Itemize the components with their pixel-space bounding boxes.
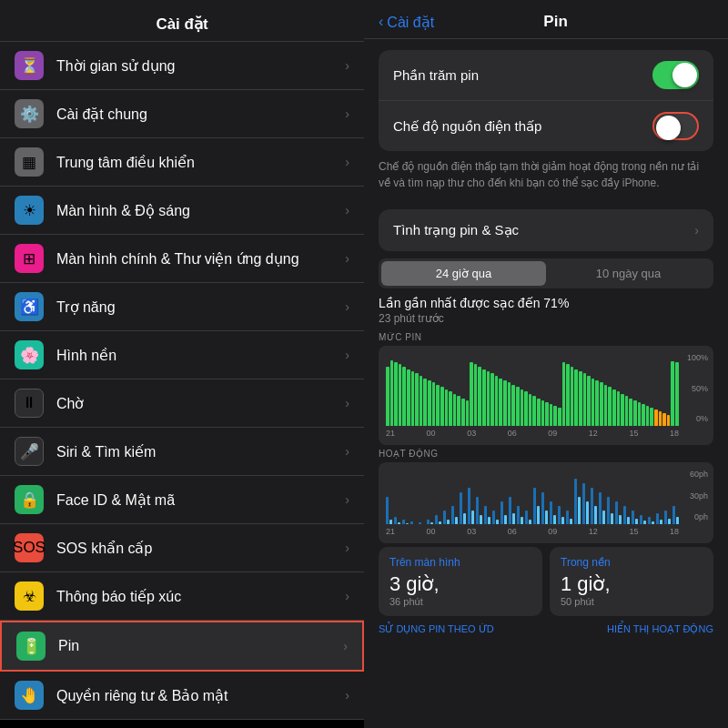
battery-status-label: Tình trạng pin & Sạc xyxy=(393,222,694,238)
activity-bars xyxy=(386,470,706,524)
activity-bar-screen xyxy=(402,520,405,524)
screen-on-title: Trên màn hình xyxy=(389,556,531,569)
activity-bar-bg xyxy=(627,517,630,524)
right-header: ‹ Cài đặt Pin xyxy=(364,0,728,39)
show-activity-link[interactable]: HIỂN THỊ HOẠT ĐỘNG xyxy=(607,623,713,635)
chevron-control-center: › xyxy=(345,155,349,169)
label-sos: SOS khẩn cấp xyxy=(56,540,345,557)
chevron-wallpaper: › xyxy=(345,348,349,362)
percentage-toggle[interactable] xyxy=(652,61,699,89)
activity-bar-group xyxy=(599,492,605,524)
activity-bar-group xyxy=(419,522,425,524)
battery-bar xyxy=(516,387,520,426)
tab-10d[interactable]: 10 ngày qua xyxy=(546,261,711,286)
activity-bar-screen xyxy=(632,511,634,524)
battery-bar xyxy=(617,391,621,426)
activity-chart: 60ph 30ph 0ph 21 00 03 06 09 12 15 18 xyxy=(379,462,713,543)
activity-bar-bg xyxy=(430,522,433,524)
activity-bar-group xyxy=(476,497,482,524)
battery-bar xyxy=(621,394,624,426)
sidebar-item-siri-search[interactable]: 🎤 Siri & Tìm kiếm › xyxy=(0,428,364,476)
activity-bar-screen xyxy=(468,488,470,524)
right-content: Phần trăm pin Chế độ nguồn điện thấp Chế… xyxy=(364,39,728,642)
battery-bar xyxy=(490,373,494,426)
battery-bar xyxy=(423,379,427,426)
activity-bar-group xyxy=(402,520,409,524)
activity-bar-screen xyxy=(410,521,413,524)
sidebar-item-sos[interactable]: SOS SOS khẩn cấp › xyxy=(0,524,364,572)
sidebar-item-battery[interactable]: 🔋 Pin › xyxy=(0,621,364,672)
battery-bar xyxy=(386,367,389,426)
battery-bar xyxy=(667,415,671,426)
battery-bar xyxy=(521,389,524,426)
activity-bar-screen xyxy=(541,492,544,524)
activity-bar-bg xyxy=(652,521,654,524)
sidebar-item-siri[interactable]: ⏸ Chờ › xyxy=(0,379,364,428)
battery-bar xyxy=(532,396,536,426)
activity-bar-group xyxy=(517,506,523,524)
sidebar-item-wallpaper[interactable]: 🌸 Hình nền › xyxy=(0,331,364,379)
battery-bar xyxy=(642,404,645,426)
battery-bar xyxy=(466,400,470,426)
activity-bar-group xyxy=(468,488,474,524)
battery-bar xyxy=(428,380,431,426)
battery-bar xyxy=(445,389,449,426)
chevron-display: › xyxy=(345,203,349,217)
bottom-links: SỬ DỤNG PIN THEO ỨD HIỂN THỊ HOẠT ĐỘNG xyxy=(379,623,713,635)
battery-bar xyxy=(633,400,637,426)
label-control-center: Trung tâm điều khiển xyxy=(56,154,345,171)
activity-bar-group xyxy=(615,501,622,524)
battery-level-chart: 100% 50% 0% 21 00 03 06 09 12 15 18 xyxy=(379,346,713,445)
icon-control-center: ▦ xyxy=(15,147,44,177)
sidebar-item-home-screen[interactable]: ⊞ Màn hình chính & Thư viện ứng dụng › xyxy=(0,235,364,283)
battery-bar xyxy=(470,362,473,426)
app-usage-link[interactable]: SỬ DỤNG PIN THEO ỨD xyxy=(379,623,494,635)
sidebar-item-accessibility[interactable]: ♿ Trợ năng › xyxy=(0,283,364,331)
activity-bar-screen xyxy=(640,515,642,524)
activity-bar-group xyxy=(484,506,490,524)
battery-bar xyxy=(508,382,511,426)
icon-sos: SOS xyxy=(15,533,44,562)
last-charge-text: Lần gần nhất được sạc đến 71% xyxy=(379,296,713,310)
activity-bar-bg xyxy=(643,521,646,524)
label-privacy: Quyền riêng tư & Bảo mật xyxy=(56,687,345,704)
icon-display: ☀ xyxy=(15,196,44,225)
battery-bar xyxy=(495,376,499,426)
chevron-accessibility: › xyxy=(345,299,349,314)
activity-bar-group xyxy=(664,511,671,524)
label-display: Màn hình & Độ sáng xyxy=(56,202,345,219)
settings-section-1: ⏳ Thời gian sử dụng › ⚙️ Cài đặt chung ›… xyxy=(0,42,364,720)
sidebar-item-general[interactable]: ⚙️ Cài đặt chung › xyxy=(0,90,364,138)
activity-bar-screen xyxy=(550,501,552,524)
battery-bar xyxy=(562,362,566,426)
activity-bar-screen xyxy=(607,497,610,524)
sidebar-item-faceid[interactable]: 🔒 Face ID & Mật mã › xyxy=(0,476,364,524)
battery-bar xyxy=(415,373,419,426)
battery-bar xyxy=(592,379,595,426)
activity-bar-screen xyxy=(574,479,577,524)
battery-bar xyxy=(453,394,457,426)
sidebar-item-privacy[interactable]: 🤚 Quyền riêng tư & Bảo mật › xyxy=(0,672,364,720)
low-power-toggle[interactable] xyxy=(652,112,699,140)
battery-bar xyxy=(524,391,528,426)
activity-bar-screen xyxy=(517,506,520,524)
left-title: Cài đặt xyxy=(156,15,207,33)
label-faceid: Face ID & Mật mã xyxy=(56,491,345,509)
activity-bar-screen xyxy=(394,517,397,524)
activity-bar-group xyxy=(500,501,507,524)
activity-bar-group xyxy=(427,520,433,524)
tab-24h[interactable]: 24 giờ qua xyxy=(381,261,546,286)
left-header: Cài đặt xyxy=(0,0,364,42)
battery-bar xyxy=(638,402,642,426)
sidebar-item-control-center[interactable]: ▦ Trung tâm điều khiển › xyxy=(0,138,364,187)
battery-status-btn[interactable]: Tình trạng pin & Sạc › xyxy=(379,209,713,251)
activity-bar-screen xyxy=(509,497,511,524)
settings-list: ⏳ Thời gian sử dụng › ⚙️ Cài đặt chung ›… xyxy=(0,42,364,728)
battery-bar xyxy=(579,371,582,426)
label-siri: Chờ xyxy=(56,395,345,412)
sidebar-item-display[interactable]: ☀ Màn hình & Độ sáng › xyxy=(0,187,364,235)
sidebar-item-screen-time[interactable]: ⏳ Thời gian sử dụng › xyxy=(0,42,364,90)
activity-bar-group xyxy=(410,521,417,524)
back-button[interactable]: ‹ Cài đặt xyxy=(379,14,434,31)
sidebar-item-exposure[interactable]: ☣ Thông báo tiếp xúc › xyxy=(0,572,364,621)
